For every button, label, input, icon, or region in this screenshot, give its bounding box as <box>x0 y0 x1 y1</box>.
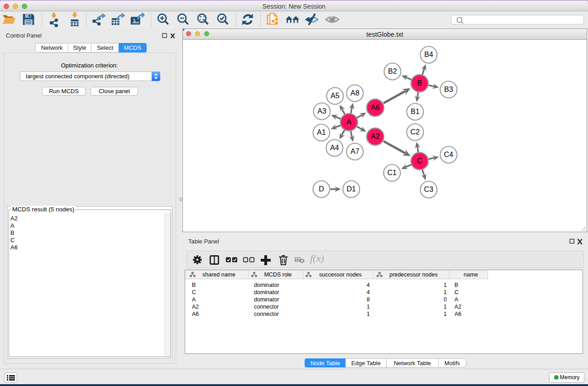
svg-text:B4: B4 <box>424 51 433 58</box>
svg-text:A: A <box>347 118 352 126</box>
svg-text:A1: A1 <box>317 129 326 136</box>
svg-text:A3: A3 <box>317 107 326 115</box>
svg-text:B3: B3 <box>444 86 453 93</box>
svg-text:A4: A4 <box>330 144 339 152</box>
svg-text:A2: A2 <box>371 133 380 140</box>
svg-text:C4: C4 <box>444 151 454 158</box>
svg-text:C2: C2 <box>411 128 420 136</box>
svg-text:C3: C3 <box>424 186 434 193</box>
svg-text:A7: A7 <box>350 148 359 155</box>
svg-text:B1: B1 <box>411 108 420 115</box>
svg-text:B2: B2 <box>388 67 397 75</box>
svg-text:D: D <box>319 185 324 193</box>
svg-text:B: B <box>417 79 422 87</box>
svg-text:A8: A8 <box>350 89 359 97</box>
svg-text:A6: A6 <box>371 104 380 111</box>
svg-text:A5: A5 <box>330 92 339 100</box>
svg-text:C: C <box>417 157 422 165</box>
svg-text:D1: D1 <box>347 185 356 193</box>
svg-text:C1: C1 <box>387 169 397 176</box>
